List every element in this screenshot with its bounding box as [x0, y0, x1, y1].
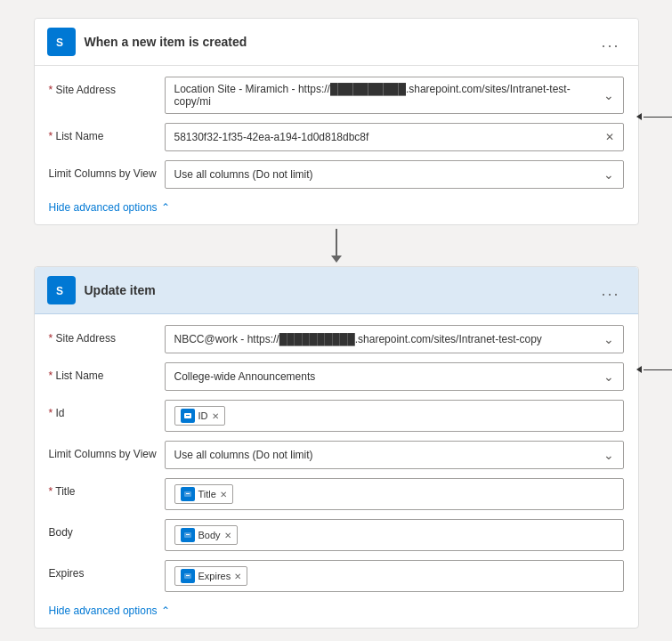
- svg-rect-7: [186, 493, 190, 494]
- list-name-row-2: List Name College-wide Announcements ⌄: [49, 362, 624, 391]
- limit-columns-row-2: Limit Columns by View Use all columns (D…: [49, 441, 624, 469]
- title-tag-close[interactable]: ✕: [220, 490, 227, 499]
- action-card-body: Site Address NBCC@work - https://███████…: [35, 314, 638, 628]
- title-tag-icon: [181, 487, 195, 501]
- id-tag-close[interactable]: ✕: [212, 411, 219, 421]
- sharepoint-icon: S: [47, 28, 76, 56]
- svg-rect-11: [186, 575, 190, 576]
- annotation-line-list2: [644, 369, 672, 370]
- hide-advanced-label-2: Hide advanced options: [49, 604, 158, 617]
- body-label: Body: [49, 519, 165, 539]
- expires-tag-text: Expires: [198, 571, 231, 581]
- limit-columns-label-2: Limit Columns by View: [49, 441, 165, 460]
- sharepoint-icon-2: S: [47, 276, 76, 304]
- svg-rect-5: [186, 415, 190, 416]
- site-address-row-1: Site Address Location Site - Miramich - …: [49, 77, 624, 114]
- body-tag-icon: [181, 528, 195, 542]
- action-title: Update item: [85, 283, 596, 297]
- site-address-input-2[interactable]: NBCC@work - https://██████████.sharepoin…: [165, 325, 624, 353]
- title-label: Title: [49, 478, 165, 498]
- annotation-list2: List #2: [636, 364, 672, 375]
- list-name-label-1: List Name: [49, 123, 165, 142]
- trigger-card-body: Site Address Location Site - Miramich - …: [35, 66, 638, 224]
- trigger-card-header: S When a new item is created ...: [35, 19, 638, 66]
- limit-columns-input-1[interactable]: Use all columns (Do not limit) ⌄: [165, 160, 624, 189]
- list-name-chevron-2: ⌄: [603, 369, 614, 384]
- action-card: S Update item ... Site Address NBCC@work…: [34, 266, 639, 629]
- hide-advanced-chevron-1: ⌃: [161, 201, 170, 214]
- expires-tag-close[interactable]: ✕: [234, 572, 241, 581]
- hide-advanced-2[interactable]: Hide advanced options ⌃: [49, 601, 624, 617]
- id-input[interactable]: ID ✕: [165, 400, 624, 432]
- id-tag: ID ✕: [174, 406, 225, 426]
- body-tag: Body ✕: [174, 525, 238, 545]
- list-name-value-1: 58130f32-1f35-42ea-a194-1d0d818dbc8f: [174, 131, 369, 143]
- id-row: Id ID ✕: [49, 400, 624, 432]
- site-address-row-2: Site Address NBCC@work - https://███████…: [49, 325, 624, 353]
- body-tag-text: Body: [198, 530, 221, 540]
- expires-tag: Expires ✕: [174, 566, 248, 586]
- action-card-header: S Update item ...: [35, 267, 638, 314]
- site-address-input-1[interactable]: Location Site - Miramich - https://█████…: [165, 77, 624, 114]
- expires-label: Expires: [49, 560, 165, 580]
- body-input[interactable]: Body ✕: [165, 519, 624, 551]
- site-address-label-2: Site Address: [49, 325, 165, 345]
- site-address-chevron-2: ⌄: [603, 332, 614, 346]
- annotation-list1: List #1: [636, 111, 672, 122]
- site-address-value-2: NBCC@work - https://██████████.sharepoin…: [174, 333, 542, 345]
- limit-columns-input-2[interactable]: Use all columns (Do not limit) ⌄: [165, 441, 624, 469]
- body-row: Body Body ✕: [49, 519, 624, 551]
- annotation-arrow-list1: [636, 113, 642, 120]
- svg-text:S: S: [56, 285, 63, 297]
- list-name-value-2: College-wide Announcements: [174, 370, 316, 383]
- site-address-label-1: Site Address: [49, 77, 165, 96]
- trigger-title: When a new item is created: [85, 35, 596, 49]
- title-tag-text: Title: [198, 489, 216, 499]
- id-tag-icon: [181, 409, 195, 423]
- arrow-head: [331, 256, 342, 263]
- expires-input[interactable]: Expires ✕: [165, 560, 624, 592]
- hide-advanced-1[interactable]: Hide advanced options ⌃: [49, 198, 624, 214]
- site-address-value-1: Location Site - Miramich - https://█████…: [174, 83, 603, 108]
- expires-tag-icon: [181, 569, 195, 583]
- annotation-line-list1: [644, 117, 672, 118]
- arrow-line: [336, 229, 337, 256]
- list-name-label-2: List Name: [49, 362, 165, 382]
- flow-arrow: [331, 229, 342, 263]
- id-label: Id: [49, 400, 165, 419]
- list-name-input-1[interactable]: 58130f32-1f35-42ea-a194-1d0d818dbc8f ✕: [165, 123, 624, 151]
- body-tag-close[interactable]: ✕: [224, 531, 231, 540]
- trigger-card: S When a new item is created ... Site Ad…: [34, 18, 639, 225]
- trigger-dots-menu[interactable]: ...: [595, 31, 625, 53]
- limit-columns-value-1: Use all columns (Do not limit): [174, 168, 313, 181]
- site-address-chevron-1: ⌄: [603, 88, 614, 102]
- limit-columns-chevron-1: ⌄: [603, 167, 614, 182]
- svg-text:S: S: [56, 37, 63, 49]
- list-name-clear-1[interactable]: ✕: [605, 131, 614, 143]
- hide-advanced-chevron-2: ⌃: [161, 604, 170, 617]
- expires-row: Expires Expires ✕: [49, 560, 624, 592]
- limit-columns-chevron-2: ⌄: [603, 448, 614, 462]
- title-row: Title Title ✕: [49, 478, 624, 510]
- list-name-input-2[interactable]: College-wide Announcements ⌄: [165, 362, 624, 391]
- id-tag-text: ID: [198, 410, 208, 421]
- list-name-row-1: List Name 58130f32-1f35-42ea-a194-1d0d81…: [49, 123, 624, 151]
- title-tag: Title ✕: [174, 484, 233, 504]
- limit-columns-value-2: Use all columns (Do not limit): [174, 449, 313, 461]
- title-input[interactable]: Title ✕: [165, 478, 624, 510]
- annotation-arrow-list2: [636, 366, 642, 373]
- svg-rect-9: [186, 534, 190, 535]
- limit-columns-label-1: Limit Columns by View: [49, 160, 165, 180]
- hide-advanced-label-1: Hide advanced options: [49, 201, 158, 214]
- limit-columns-row-1: Limit Columns by View Use all columns (D…: [49, 160, 624, 189]
- action-dots-menu[interactable]: ...: [595, 280, 625, 302]
